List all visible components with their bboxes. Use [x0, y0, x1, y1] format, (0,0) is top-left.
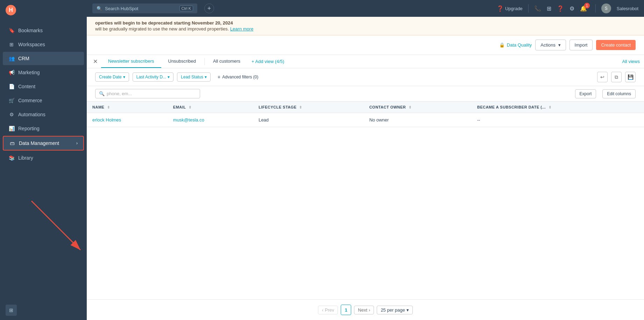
next-button[interactable]: Next › [354, 306, 374, 314]
deprecation-banner: operties will begin to be deprecated sta… [87, 17, 644, 35]
export-button[interactable]: Export [575, 89, 596, 98]
tab-newsletter-subscribers[interactable]: Newsletter subscribers [101, 55, 161, 68]
bookmarks-icon: 🔖 [8, 27, 15, 34]
import-button[interactable]: Import [569, 40, 593, 50]
current-page: 1 [341, 305, 351, 315]
cell-email: musk@tesla.co [168, 113, 253, 127]
app-container: H 🔖 Bookmarks ⊞ Workspaces 👥 CRM 📢 Marke… [0, 0, 644, 320]
question-icon[interactable]: ❓ [557, 5, 564, 12]
workspaces-icon: ⊞ [8, 41, 15, 48]
cell-name: erlock Holmes [87, 113, 168, 127]
topbar: 🔍 Search HubSpot Ctrl K + ❓ Upgrade 📞 ⊞ … [87, 0, 644, 17]
chevron-right-icon: › [369, 307, 370, 313]
learn-more-link[interactable]: Learn more [230, 26, 253, 32]
actions-button[interactable]: Actions ▾ [535, 40, 566, 50]
search-row: 🔍 phone, em... Export Edit columns [87, 86, 644, 102]
cell-lifecycle: Lead [253, 113, 363, 127]
library-icon: 📚 [8, 155, 15, 161]
table-search-input[interactable]: 🔍 phone, em... [95, 89, 200, 98]
all-views-button[interactable]: All views [618, 56, 644, 67]
help-icon[interactable]: ❓ Upgrade [497, 5, 523, 12]
lock-icon: 🔒 [499, 42, 505, 48]
sidebar: H 🔖 Bookmarks ⊞ Workspaces 👥 CRM 📢 Marke… [0, 0, 87, 320]
sort-icon-date: ⇕ [549, 105, 552, 109]
sidebar-item-label-marketing: Marketing [18, 70, 78, 75]
chevron-left-icon: ‹ [322, 307, 323, 313]
tab-divider [204, 58, 205, 65]
prev-button[interactable]: ‹ Prev [318, 306, 338, 314]
sidebar-item-data-management[interactable]: 🗃 Data Management › [3, 136, 84, 151]
create-contact-button[interactable]: Create contact [596, 40, 636, 50]
data-management-icon: 🗃 [9, 140, 15, 146]
sidebar-item-commerce[interactable]: 🛒 Commerce [3, 94, 84, 107]
per-page-selector[interactable]: 25 per page ▾ [377, 306, 412, 314]
cell-owner: No owner [364, 113, 472, 127]
col-email: EMAIL ⇕ [168, 102, 253, 113]
col-name: NAME ⇕ [87, 102, 168, 113]
automations-icon: ⚙ [8, 111, 15, 118]
search-bar[interactable]: 🔍 Search HubSpot Ctrl K [92, 4, 197, 13]
data-quality-button[interactable]: 🔒 Data Quality [499, 42, 532, 48]
save-button[interactable]: 💾 [625, 72, 636, 82]
banner-body: will be gradually migrated to use the ne… [95, 26, 636, 32]
col-lifecycle: LIFECYCLE STAGE ⇕ [253, 102, 363, 113]
sidebar-item-label-crm: CRM [18, 56, 78, 61]
data-quality-label: Data Quality [507, 42, 532, 48]
add-view-button[interactable]: + Add view (4/5) [247, 56, 289, 67]
col-subscriber-date: BECAME A SUBSCRIBER DATE (... ⇕ [472, 102, 644, 113]
undo-button[interactable]: ↩ [597, 72, 608, 82]
contact-name-link[interactable]: erlock Holmes [92, 117, 121, 123]
search-shortcut: Ctrl K [179, 6, 193, 11]
add-button[interactable]: + [204, 4, 214, 13]
upgrade-label[interactable]: Upgrade [505, 6, 523, 11]
sidebar-item-library[interactable]: 📚 Library [3, 151, 84, 165]
lead-status-filter[interactable]: Lead Status ▾ [177, 72, 211, 82]
last-activity-filter[interactable]: Last Activity D... ▾ [133, 72, 174, 82]
phone-icon[interactable]: 📞 [534, 5, 541, 12]
contact-email-link[interactable]: musk@tesla.co [173, 117, 204, 123]
filter-bar: Create Date ▾ Last Activity D... ▾ Lead … [87, 68, 644, 86]
actions-arrow-icon: ▾ [558, 42, 561, 48]
close-tab-button[interactable]: ✕ [90, 55, 101, 68]
tab-all-customers[interactable]: All customers [206, 55, 247, 68]
sort-icon-lifecycle: ⇕ [299, 105, 302, 109]
topbar-actions: ❓ Upgrade 📞 ⊞ ❓ ⚙ 🔔 1 S Salesrobot [497, 4, 638, 13]
sidebar-item-label-bookmarks: Bookmarks [18, 28, 78, 33]
sidebar-item-workspaces[interactable]: ⊞ Workspaces [3, 38, 84, 51]
filter-icon: ≡ [218, 75, 220, 79]
search-placeholder: Search HubSpot [105, 6, 138, 11]
col-owner: CONTACT OWNER ⇕ [364, 102, 472, 113]
user-name: Salesrobot [617, 6, 638, 11]
copy-button[interactable]: ⧉ [611, 72, 622, 82]
hubspot-logo-icon: H [6, 5, 16, 15]
sort-icon-email: ⇕ [189, 105, 192, 109]
sidebar-item-content[interactable]: 📄 Content [3, 80, 84, 93]
pagination: ‹ Prev 1 Next › 25 per page ▾ [87, 299, 644, 320]
sidebar-footer: ⊞ [0, 300, 87, 320]
edit-columns-button[interactable]: Edit columns [602, 89, 636, 98]
marketing-icon: 📢 [8, 69, 15, 76]
sidebar-item-bookmarks[interactable]: 🔖 Bookmarks [3, 24, 84, 37]
user-avatar[interactable]: S [601, 4, 611, 13]
grid-icon[interactable]: ⊞ [547, 5, 551, 12]
table-wrapper: NAME ⇕ EMAIL ⇕ LIFECYCLE STAGE ⇕ [87, 102, 644, 127]
sidebar-item-reporting[interactable]: 📊 Reporting [3, 122, 84, 135]
settings-icon[interactable]: ⚙ [569, 5, 574, 12]
sidebar-logo: H [0, 0, 87, 20]
topbar-divider-2 [595, 4, 596, 13]
search-icon: 🔍 [97, 6, 102, 11]
table-header-row: NAME ⇕ EMAIL ⇕ LIFECYCLE STAGE ⇕ [87, 102, 644, 113]
sidebar-item-automations[interactable]: ⚙ Automations [3, 108, 84, 121]
sidebar-collapse-button[interactable]: ⊞ [6, 305, 17, 316]
sidebar-item-crm[interactable]: 👥 CRM [3, 52, 84, 65]
main-toolbar: 🔒 Data Quality Actions ▾ Import Create c… [87, 35, 644, 55]
tab-unsubscribed[interactable]: Unsubscribed [161, 55, 203, 68]
sidebar-item-marketing[interactable]: 📢 Marketing [3, 66, 84, 79]
search-placeholder-text: phone, em... [107, 91, 132, 96]
notifications-area: 🔔 1 [580, 5, 590, 12]
create-date-filter[interactable]: Create Date ▾ [95, 72, 129, 82]
content-area: operties will begin to be deprecated sta… [87, 17, 644, 320]
sidebar-nav: 🔖 Bookmarks ⊞ Workspaces 👥 CRM 📢 Marketi… [0, 20, 87, 300]
advanced-filters-button[interactable]: ≡ Advanced filters (0) [214, 73, 262, 81]
cell-subscriber-date: -- [472, 113, 644, 127]
